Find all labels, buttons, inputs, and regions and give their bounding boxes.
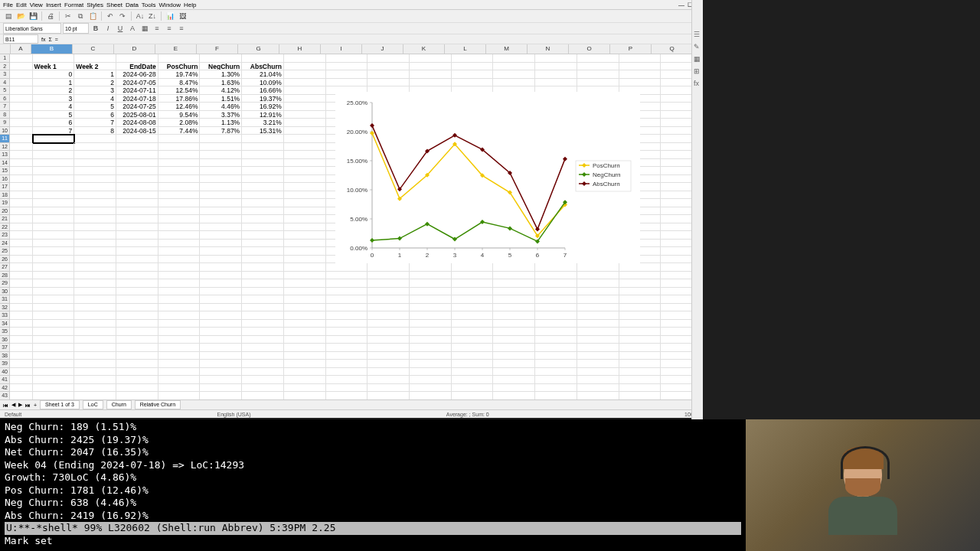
cell-L33[interactable]: [452, 311, 494, 320]
cell-N33[interactable]: [535, 311, 577, 320]
cell-G2[interactable]: AbsChurn: [242, 63, 284, 71]
row-header[interactable]: 26: [0, 256, 10, 264]
cell-C17[interactable]: [74, 183, 116, 191]
cell-A22[interactable]: [10, 223, 32, 232]
cell-A39[interactable]: [10, 360, 32, 368]
column-header-K[interactable]: K: [403, 44, 445, 54]
cell-O41[interactable]: [577, 376, 619, 384]
cell-P3[interactable]: [619, 70, 662, 79]
cell-B1[interactable]: [33, 54, 75, 63]
cell-L41[interactable]: [452, 376, 494, 384]
cell-A27[interactable]: [10, 263, 32, 272]
menu-styles[interactable]: Styles: [87, 2, 103, 8]
menu-window[interactable]: Window: [159, 2, 181, 8]
cell-L3[interactable]: [452, 70, 494, 79]
row-header[interactable]: 16: [0, 175, 10, 184]
cell-F34[interactable]: [200, 320, 242, 328]
cell-M4[interactable]: [493, 79, 535, 87]
cell-G22[interactable]: [242, 223, 284, 232]
print-icon[interactable]: 🖨: [45, 11, 56, 21]
cell-L36[interactable]: [452, 336, 494, 344]
cell-C22[interactable]: [74, 223, 116, 232]
cell-E21[interactable]: [158, 215, 201, 223]
cell-G7[interactable]: 16.92%: [242, 103, 284, 111]
cell-F31[interactable]: [200, 295, 242, 304]
row-header[interactable]: 9: [0, 119, 10, 127]
cell-H16[interactable]: [284, 175, 326, 184]
cell-G6[interactable]: 19.37%: [242, 95, 284, 103]
cell-M39[interactable]: [493, 360, 535, 368]
cell-H28[interactable]: [284, 272, 326, 280]
row-header[interactable]: 2: [0, 63, 10, 71]
cell-M35[interactable]: [493, 328, 535, 336]
undo-icon[interactable]: ↶: [105, 11, 116, 21]
cell-H34[interactable]: [284, 320, 326, 328]
select-all-corner[interactable]: [0, 44, 11, 54]
cell-D40[interactable]: [116, 368, 158, 377]
cell-A17[interactable]: [10, 183, 32, 191]
cell-O28[interactable]: [577, 272, 619, 280]
column-header-E[interactable]: E: [155, 44, 197, 54]
cell-E17[interactable]: [158, 183, 201, 191]
cell-O43[interactable]: [577, 392, 619, 399]
cell-D23[interactable]: [116, 231, 158, 240]
cell-M38[interactable]: [493, 352, 535, 360]
cell-H23[interactable]: [284, 231, 326, 240]
cell-I4[interactable]: [326, 79, 368, 87]
font-color-icon[interactable]: A: [127, 24, 138, 33]
cell-F22[interactable]: [200, 223, 242, 232]
cell-E34[interactable]: [158, 320, 201, 328]
cell-B42[interactable]: [33, 384, 75, 393]
cell-E5[interactable]: 12.54%: [158, 86, 201, 95]
cell-L37[interactable]: [452, 344, 494, 352]
function-icon[interactable]: fx: [41, 37, 45, 42]
cell-P36[interactable]: [619, 336, 662, 344]
column-header-H[interactable]: H: [279, 44, 321, 54]
cell-M29[interactable]: [493, 279, 535, 288]
cell-C21[interactable]: [74, 215, 116, 223]
row-header[interactable]: 3: [0, 70, 10, 79]
bg-color-icon[interactable]: ▦: [139, 24, 150, 33]
equals-icon[interactable]: =: [55, 37, 58, 42]
cell-P2[interactable]: [619, 63, 662, 71]
cell-F1[interactable]: [200, 54, 242, 63]
cell-B6[interactable]: 3: [33, 95, 75, 103]
cell-K36[interactable]: [410, 336, 452, 344]
cell-G3[interactable]: 21.04%: [242, 70, 284, 79]
cell-C23[interactable]: [74, 231, 116, 240]
row-header[interactable]: 39: [0, 360, 10, 368]
cell-N28[interactable]: [535, 272, 577, 280]
cell-G11[interactable]: [242, 135, 284, 143]
cell-A2[interactable]: [10, 63, 32, 71]
cell-G18[interactable]: [242, 191, 284, 200]
bold-icon[interactable]: B: [90, 24, 101, 33]
cell-E3[interactable]: 19.74%: [158, 70, 201, 79]
cell-F4[interactable]: 1.63%: [200, 79, 242, 87]
cell-F15[interactable]: [200, 167, 242, 175]
cell-B32[interactable]: [33, 304, 75, 312]
row-header[interactable]: 14: [0, 159, 10, 168]
cell-I1[interactable]: [326, 54, 368, 63]
cell-O33[interactable]: [577, 311, 619, 320]
cell-E36[interactable]: [158, 336, 201, 344]
cell-F18[interactable]: [200, 191, 242, 200]
cell-A37[interactable]: [10, 344, 32, 352]
cell-H6[interactable]: [284, 95, 326, 103]
cell-A35[interactable]: [10, 328, 32, 336]
cell-H37[interactable]: [284, 344, 326, 352]
cell-C2[interactable]: Week 2: [74, 63, 116, 71]
sum-icon[interactable]: Σ: [48, 37, 51, 42]
cell-I36[interactable]: [326, 336, 368, 344]
cell-A28[interactable]: [10, 272, 32, 280]
emacs-shell-buffer[interactable]: Neg Churn: 189 (1.51)% Abs Churn: 2425 (…: [0, 419, 746, 551]
cell-D35[interactable]: [116, 328, 158, 336]
cell-L32[interactable]: [452, 304, 494, 312]
cell-A31[interactable]: [10, 295, 32, 304]
column-header-A[interactable]: A: [11, 44, 31, 54]
cell-D39[interactable]: [116, 360, 158, 368]
cell-P30[interactable]: [619, 288, 662, 296]
cell-F23[interactable]: [200, 231, 242, 240]
cell-E40[interactable]: [158, 368, 201, 377]
column-header-N[interactable]: N: [528, 44, 569, 54]
cell-I2[interactable]: [326, 63, 368, 71]
